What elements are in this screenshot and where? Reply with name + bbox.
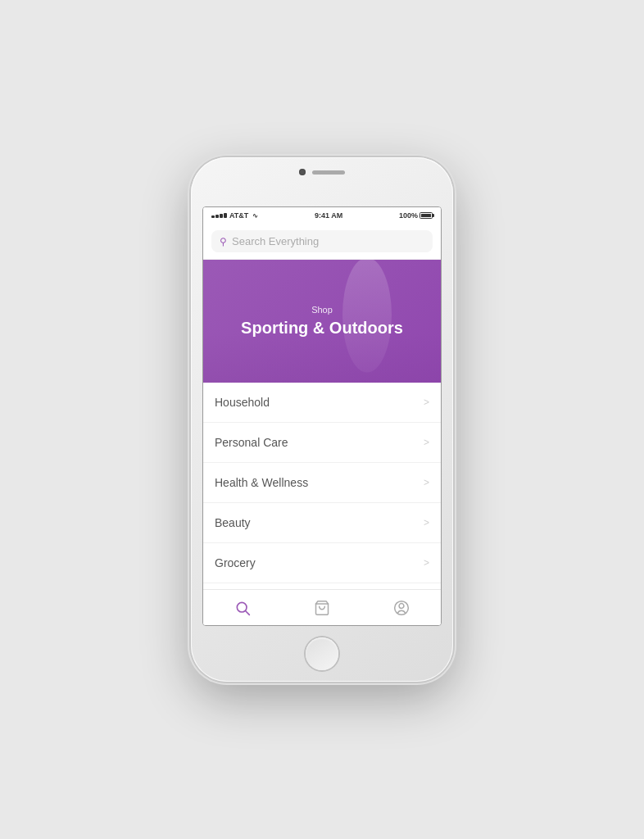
signal-bar-1 (211, 215, 215, 218)
search-bar[interactable]: ⚲ Search Everything (203, 224, 441, 260)
category-item-beauty[interactable]: Beauty > (203, 503, 441, 543)
svg-point-4 (399, 603, 404, 608)
hero-city-bg (203, 333, 441, 383)
chevron-right-icon: > (424, 517, 429, 528)
chevron-right-icon: > (424, 397, 429, 408)
tab-bar (203, 589, 441, 625)
hero-title: Sporting & Outdoors (241, 318, 403, 338)
svg-line-1 (246, 610, 250, 615)
hero-banner[interactable]: Shop Sporting & Outdoors (203, 260, 441, 383)
search-tab-icon (234, 600, 251, 616)
tab-search[interactable] (203, 590, 283, 625)
tab-cart[interactable] (283, 590, 362, 625)
phone-mockup: AT&T ∿ 9:41 AM 100% ⚲ Search Everything (191, 157, 453, 682)
phone-screen: AT&T ∿ 9:41 AM 100% ⚲ Search Everything (202, 206, 442, 626)
battery-fill (421, 214, 431, 217)
front-camera (299, 169, 306, 175)
category-label-grocery: Grocery (215, 556, 256, 569)
signal-bar-4 (224, 213, 227, 218)
earpiece-speaker (312, 170, 345, 175)
time-display: 9:41 AM (315, 211, 342, 220)
status-bar: AT&T ∿ 9:41 AM 100% (203, 207, 441, 224)
category-list: Household > Personal Care > Health & Wel… (203, 383, 441, 583)
chevron-right-icon: > (424, 477, 429, 488)
category-item-personal-care[interactable]: Personal Care > (203, 423, 441, 463)
home-button[interactable] (306, 637, 338, 670)
tab-account[interactable] (361, 590, 441, 625)
search-placeholder: Search Everything (232, 235, 319, 247)
battery-icon (420, 212, 433, 219)
wifi-icon: ∿ (252, 212, 258, 220)
status-right: 100% (399, 211, 433, 220)
search-input-container[interactable]: ⚲ Search Everything (211, 230, 433, 252)
category-label-personal-care: Personal Care (215, 436, 288, 449)
category-item-household[interactable]: Household > (203, 383, 441, 423)
category-label-household: Household (215, 396, 270, 409)
chevron-right-icon: > (424, 557, 429, 569)
signal-bar-2 (215, 215, 219, 218)
signal-bar-3 (220, 214, 223, 218)
cart-tab-icon (314, 600, 330, 616)
carrier-label: AT&T (229, 211, 248, 220)
status-left: AT&T ∿ (211, 211, 258, 220)
battery-body (420, 212, 433, 219)
category-item-health-wellness[interactable]: Health & Wellness > (203, 463, 441, 503)
category-item-grocery[interactable]: Grocery > (203, 543, 441, 583)
search-icon: ⚲ (220, 236, 227, 247)
phone-top-elements (299, 169, 345, 175)
category-label-health-wellness: Health & Wellness (215, 476, 308, 489)
chevron-right-icon: > (424, 437, 429, 448)
hero-shop-label: Shop (241, 305, 403, 315)
category-label-beauty: Beauty (215, 516, 251, 529)
signal-bars (211, 213, 227, 218)
battery-percentage: 100% (399, 211, 418, 220)
account-tab-icon (393, 600, 410, 616)
hero-content: Shop Sporting & Outdoors (241, 305, 403, 338)
